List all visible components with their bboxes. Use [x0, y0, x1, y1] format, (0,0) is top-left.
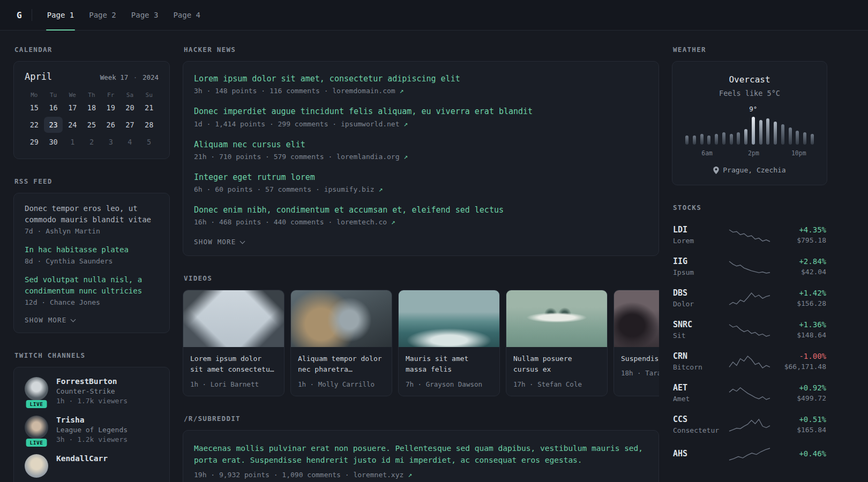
rss-item-title[interactable]: Donec tempor eros leo, ut commodo mauris…	[25, 203, 159, 225]
weather-bar	[789, 127, 792, 145]
twitch-card: LIVEForrestBurtonCounter-Strike1h · 1.7k…	[13, 367, 170, 482]
hn-story-meta: 16h · 468 points · 440 comments · loremt…	[194, 218, 648, 226]
stock-row[interactable]: AETAmet+0.92%$499.72	[672, 377, 827, 409]
video-title[interactable]: Mauris sit amet massa felis	[406, 353, 492, 375]
weather-hourly-chart: 9°	[685, 117, 814, 145]
calendar-dow: Fr	[101, 92, 121, 99]
post-domain: loremnet.xyz	[353, 471, 403, 479]
temperature-label: 9°	[749, 105, 757, 113]
weather-bar	[707, 135, 710, 145]
story-link[interactable]: ipsumify.biz ↗	[324, 185, 383, 193]
twitch-channel[interactable]: LIVETrishaLeague of Legends3h · 1.2k vie…	[25, 416, 159, 443]
section-title-stocks: STOCKS	[673, 204, 827, 212]
calendar-day-headers: MoTuWeThFrSaSu	[25, 92, 159, 99]
story-domain: ipsumify.biz	[324, 185, 379, 193]
video-title[interactable]: Lorem ipsum dolor sit amet consectetu…	[190, 353, 277, 375]
twitch-channel[interactable]: LIVEForrestBurtonCounter-Strike1h · 1.7k…	[25, 377, 159, 405]
subreddit-post-title[interactable]: Maecenas mollis pulvinar erat non posuer…	[194, 442, 648, 466]
stock-ids: IIGIpsum	[673, 257, 724, 276]
stock-ticker: AET	[673, 383, 724, 393]
stock-values: +0.46%	[775, 449, 826, 458]
stock-values: +2.84%$42.04	[775, 257, 826, 276]
stock-sparkline	[724, 417, 775, 432]
calendar-widget: CALENDAR April Week 17 · 2024 MoTuWeThFr…	[13, 46, 170, 159]
calendar-month: April	[25, 71, 52, 82]
subreddit-widget: /R/SUBREDDIT Maecenas mollis pulvinar er…	[183, 415, 659, 482]
tab-page-1[interactable]: Page 1	[40, 0, 82, 30]
video-card: Aliquam tempor dolor nec pharetra…1h · M…	[290, 290, 392, 396]
hn-story-title[interactable]: Donec enim nibh, condimentum et accumsan…	[194, 205, 648, 215]
video-title[interactable]: Suspendisse diam	[621, 353, 659, 364]
hn-story: Donec enim nibh, condimentum et accumsan…	[194, 205, 648, 226]
stock-price: $42.04	[775, 268, 826, 276]
channel-category: League of Legends	[56, 426, 128, 434]
hn-story-title[interactable]: Aliquam nec cursus elit	[194, 139, 648, 150]
stock-row[interactable]: CRNBitcorn-1.00%$66,171.48	[672, 345, 827, 377]
post-link[interactable]: loremnet.xyz ↗	[353, 471, 412, 479]
stock-name: Bitcorn	[673, 363, 724, 371]
twitch-channel[interactable]: KendallCarr	[25, 454, 159, 478]
rss-item-title[interactable]: Sed volutpat nulla nisl, a condimentum n…	[25, 274, 159, 297]
story-link[interactable]: loremdomain.com ↗	[332, 87, 403, 95]
rss-card: Donec tempor eros leo, ut commodo mauris…	[13, 193, 170, 333]
rss-item-title[interactable]: In hac habitasse platea	[25, 244, 159, 255]
calendar-card: April Week 17 · 2024 MoTuWeThFrSaSu 1516…	[13, 61, 170, 159]
hn-story-title[interactable]: Integer eget rutrum lorem	[194, 172, 648, 183]
location-pin-icon	[713, 167, 719, 174]
hn-story-meta: 3h · 148 points · 116 comments · loremdo…	[194, 87, 648, 95]
video-title[interactable]: Nullam posuere cursus ex	[513, 353, 600, 375]
chevron-down-icon	[240, 238, 245, 244]
video-thumbnail[interactable]	[183, 290, 284, 347]
video-thumbnail[interactable]	[399, 290, 499, 347]
video-thumbnail[interactable]	[506, 290, 607, 347]
calendar-day: 16	[44, 100, 63, 116]
tab-page-4[interactable]: Page 4	[166, 0, 208, 30]
calendar-day: 2	[82, 134, 101, 150]
videos-widget: VIDEOS Lorem ipsum dolor sit amet consec…	[183, 274, 659, 396]
hn-story-title[interactable]: Lorem ipsum dolor sit amet, consectetur …	[194, 73, 648, 84]
stock-ids: AHS	[673, 449, 724, 458]
video-meta: 17h · Stefan Cole	[513, 380, 600, 388]
tab-page-3[interactable]: Page 3	[124, 0, 166, 30]
section-title-videos: VIDEOS	[184, 274, 659, 282]
video-card-body: Nullam posuere cursus ex17h · Stefan Col…	[506, 347, 607, 395]
external-link-icon: ↗	[400, 87, 404, 95]
stock-row[interactable]: DBSDolor+1.42%$156.28	[672, 282, 827, 314]
stock-ticker: AHS	[673, 449, 724, 458]
video-card-body: Mauris sit amet massa felis7h · Grayson …	[399, 347, 499, 395]
video-thumbnail[interactable]	[614, 290, 659, 347]
stock-row[interactable]: CCSConsectetur+0.51%$165.84	[672, 409, 827, 440]
video-card-body: Lorem ipsum dolor sit amet consectetu…1h…	[183, 347, 284, 395]
app-logo[interactable]: G	[13, 10, 25, 20]
story-link[interactable]: loremlandia.org ↗	[336, 153, 408, 161]
story-link[interactable]: ipsumworld.net ↗	[341, 120, 408, 128]
rss-item: In hac habitasse platea8d · Cynthia Saun…	[25, 244, 159, 265]
channel-category: Counter-Strike	[56, 387, 128, 395]
weather-bar	[722, 132, 725, 145]
story-link[interactable]: loremtech.co ↗	[336, 218, 395, 226]
section-title-hacker-news: HACKER NEWS	[184, 46, 659, 54]
weather-bar	[766, 118, 769, 145]
hacker-news-item-list: Lorem ipsum dolor sit amet, consectetur …	[194, 73, 648, 226]
rss-show-more-button[interactable]: SHOW MORE	[25, 316, 75, 324]
stock-row[interactable]: IIGIpsum+2.84%$42.04	[672, 251, 827, 282]
tab-page-2[interactable]: Page 2	[81, 0, 124, 30]
channel-viewers: 1h · 1.7k viewers	[56, 397, 128, 405]
video-thumbnail[interactable]	[291, 290, 392, 347]
hn-story: Donec imperdiet augue tincidunt felis al…	[194, 106, 648, 127]
stock-row[interactable]: LDILorem+4.35%$795.18	[672, 219, 827, 251]
calendar-day: 5	[139, 134, 159, 150]
stock-ticker: DBS	[673, 288, 724, 298]
stock-row[interactable]: SNRCSit+1.36%$148.64	[672, 314, 827, 345]
weather-widget: WEATHER Overcast Feels like 5°C 9° 6am2p…	[672, 46, 827, 185]
hn-story-title[interactable]: Donec imperdiet augue tincidunt felis al…	[194, 106, 648, 117]
video-meta: 1h · Lori Barnett	[190, 380, 277, 388]
calendar-week-year: Week 17 · 2024	[100, 73, 159, 81]
stock-row[interactable]: AHS+0.46%	[672, 440, 827, 467]
weather-time-label: 2pm	[748, 149, 759, 157]
weather-bar	[685, 135, 689, 145]
video-title[interactable]: Aliquam tempor dolor nec pharetra…	[298, 353, 385, 375]
weather-bar	[744, 129, 747, 145]
hn-show-more-button[interactable]: SHOW MORE	[194, 238, 244, 246]
stock-sparkline	[724, 259, 775, 274]
